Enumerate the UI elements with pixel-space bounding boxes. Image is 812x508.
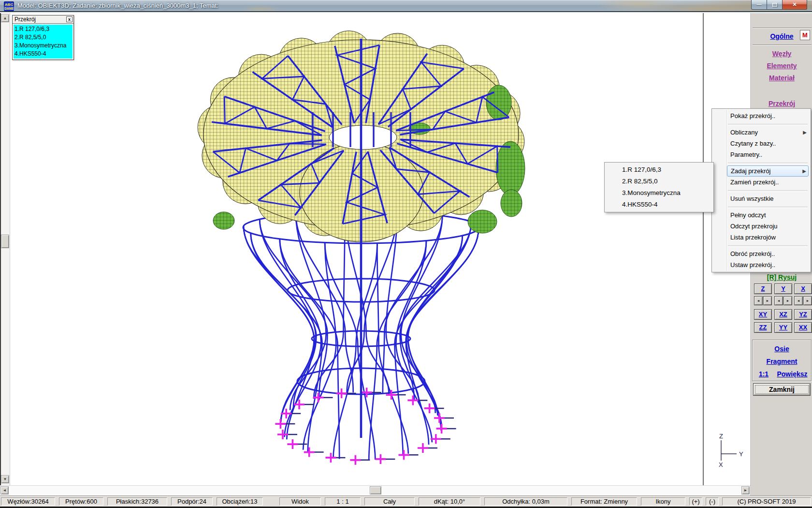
rotate-z-right-button[interactable]: ► xyxy=(763,296,772,305)
sidebar-link-material[interactable]: Materiał xyxy=(751,74,812,82)
menu-item-czytany-z-bazy[interactable]: Czytany z bazy.. xyxy=(712,138,811,149)
status-wezlow: Węzłów:30264 xyxy=(1,497,55,506)
close-icon: ✕ xyxy=(792,1,797,8)
titlebar-highlight xyxy=(0,0,812,0)
sidebar-link-powieksz[interactable]: Powiększ xyxy=(773,370,812,378)
axis-y-label: Y xyxy=(739,450,743,458)
status-obciazen: Obciążeń:13 xyxy=(217,497,263,506)
przekroj-context-menu: Pokaż przekrój.. Obliczany▶ Czytany z ba… xyxy=(711,108,811,272)
view-yy-button[interactable]: YY xyxy=(774,322,792,333)
przekroj-panel-close-button[interactable]: x xyxy=(66,16,72,22)
sidebar-link-1to1[interactable]: 1:1 xyxy=(755,370,772,378)
sidebar-link-przekroj[interactable]: Przekrój xyxy=(751,100,812,107)
menu-item-zadaj-przekroj[interactable]: Zadaj przekrój▶ xyxy=(727,165,809,177)
divider xyxy=(753,45,812,45)
zadaj-przekroj-submenu: 1.R 127,0/6,3 2.R 82,5/5,0 3.Monosymetry… xyxy=(604,162,714,212)
status-bar: Węzłów:30264 Prętów:600 Płaskich:32736 P… xyxy=(0,495,812,507)
status-plus-button[interactable]: (+) xyxy=(689,497,702,506)
section-list-item[interactable]: 1.R 127,0/6,3 xyxy=(14,25,72,33)
view-z-button[interactable]: Z xyxy=(754,284,772,294)
view-xz-button[interactable]: XZ xyxy=(774,309,792,320)
section-list-item[interactable]: 4.HKS550-4 xyxy=(14,50,72,58)
status-caly[interactable]: Cały xyxy=(364,497,415,506)
axis-x-label: X xyxy=(719,461,723,468)
scroll-right-button[interactable]: ► xyxy=(741,486,750,494)
menu-separator xyxy=(712,160,811,165)
window-controls: — ✕ xyxy=(751,0,807,10)
view-y-button[interactable]: Y xyxy=(774,284,792,294)
rotate-y-right-button[interactable]: ► xyxy=(783,296,792,305)
menu-separator xyxy=(712,243,811,248)
menu-item-parametry[interactable]: Parametry.. xyxy=(712,149,811,160)
view-yz-button[interactable]: YZ xyxy=(794,309,812,320)
menu-item-zamien-przekroj[interactable]: Zamień przekrój.. xyxy=(712,177,811,188)
status-odchylka[interactable]: Odchyłka: 0,03m xyxy=(484,497,567,506)
menu-item-obliczany[interactable]: Obliczany▶ xyxy=(712,127,811,138)
m-button[interactable]: M xyxy=(800,30,810,40)
app-logo-icon[interactable]: ABC DANE xyxy=(4,1,14,11)
status-ikony[interactable]: Ikony xyxy=(641,497,685,506)
menu-item-pokaz-przekroj[interactable]: Pokaż przekrój.. xyxy=(712,110,811,121)
sidebar-link-wezly[interactable]: Węzły xyxy=(751,50,812,58)
status-widok[interactable]: Widok xyxy=(279,497,321,506)
right-arrow-icon: ► xyxy=(806,299,810,302)
przekroj-panel-header[interactable]: Przekrój x xyxy=(13,15,73,24)
scroll-up-icon: ▲ xyxy=(3,16,7,20)
menu-item-ustaw-przekroj[interactable]: Ustaw przekrój.. xyxy=(712,259,811,270)
panel-close-icon: x xyxy=(68,17,71,22)
menu-item-usun-wszystkie[interactable]: Usuń wszystkie xyxy=(712,193,811,204)
close-button[interactable]: ✕ xyxy=(782,0,807,10)
maximize-button[interactable] xyxy=(767,0,782,10)
status-minus-button[interactable]: (-) xyxy=(706,497,719,506)
submenu-item-section-2[interactable]: 2.R 82,5/5,0 xyxy=(605,176,713,187)
view-zz-button[interactable]: ZZ xyxy=(754,322,772,333)
zamknij-button[interactable]: Zamknij xyxy=(753,383,811,396)
vertical-scroll-thumb[interactable] xyxy=(1,235,9,248)
rotate-x-right-button[interactable]: ► xyxy=(803,296,812,305)
vertical-scrollbar[interactable]: ▲ ▼ xyxy=(1,13,10,485)
submenu-item-section-4[interactable]: 4.HKS550-4 xyxy=(605,199,713,210)
status-pretow: Prętów:600 xyxy=(59,497,103,506)
divider xyxy=(753,28,812,29)
scroll-left-icon: ◄ xyxy=(3,488,7,493)
przekroj-section-list[interactable]: 1.R 127,0/6,3 2.R 82,5/5,0 3.Monosymetry… xyxy=(14,25,72,59)
sidebar-link-rysuj[interactable]: [R] Rysuj xyxy=(751,273,812,281)
menu-separator xyxy=(712,204,811,209)
status-scale[interactable]: 1 : 1 xyxy=(325,497,361,506)
rotate-x-left-button[interactable]: ◄ xyxy=(794,296,803,305)
axis-triad: Z Y X xyxy=(710,431,747,469)
przekroj-panel: Przekrój x 1.R 127,0/6,3 2.R 82,5/5,0 3.… xyxy=(12,15,74,60)
submenu-item-section-1[interactable]: 1.R 127,0/6,3 xyxy=(605,164,713,176)
application-window: { "window": { "title": "Model: OBIEKT3D;… xyxy=(0,0,812,508)
model-viewport[interactable] xyxy=(0,13,704,485)
status-dkat[interactable]: dKąt: 10,0° xyxy=(419,497,480,506)
sidebar-link-fragment[interactable]: Fragment xyxy=(753,358,811,365)
menu-item-odczyt-przekroju[interactable]: Odczyt przekroju xyxy=(712,221,811,232)
right-arrow-icon: ► xyxy=(786,299,790,302)
menu-item-pelny-odczyt[interactable]: Pełny odczyt xyxy=(712,209,811,221)
menu-item-lista-przekrojow[interactable]: Lista przekrojów xyxy=(712,232,811,243)
menu-item-obroc-przekroj[interactable]: Obróć przekrój.. xyxy=(712,248,811,259)
view-xx-button[interactable]: XX xyxy=(794,322,812,333)
status-plaskich: Płaskich:32736 xyxy=(107,497,167,506)
minimize-button[interactable]: — xyxy=(751,0,767,10)
section-list-item[interactable]: 2.R 82,5/5,0 xyxy=(14,33,72,42)
scroll-up-button[interactable]: ▲ xyxy=(1,14,9,22)
rotate-y-left-button[interactable]: ◄ xyxy=(774,296,783,305)
scroll-down-button[interactable]: ▼ xyxy=(1,475,9,483)
view-x-button[interactable]: X xyxy=(794,284,812,294)
rotate-z-left-button[interactable]: ◄ xyxy=(754,296,763,305)
scroll-left-button[interactable]: ◄ xyxy=(0,486,9,494)
horizontal-scroll-thumb[interactable] xyxy=(370,486,381,494)
horizontal-scrollbar[interactable]: ◄ ► xyxy=(0,485,751,495)
submenu-item-section-3[interactable]: 3.Monosymetryczna xyxy=(605,187,713,199)
status-format[interactable]: Format: Zmienny xyxy=(571,497,637,506)
title-bar[interactable]: ABC DANE Model: OBIEKT3D; Zadanie: zbior… xyxy=(0,0,812,12)
view-xy-button[interactable]: XY xyxy=(754,309,772,320)
app-logo-text-top: ABC xyxy=(5,2,13,7)
section-list-item[interactable]: 3.Monosymetryczna xyxy=(14,42,72,50)
left-arrow-icon: ◄ xyxy=(777,299,781,302)
maximize-icon xyxy=(772,3,777,7)
sidebar-link-osie[interactable]: Osie xyxy=(753,345,811,353)
sidebar-link-elementy[interactable]: Elementy xyxy=(751,62,812,70)
